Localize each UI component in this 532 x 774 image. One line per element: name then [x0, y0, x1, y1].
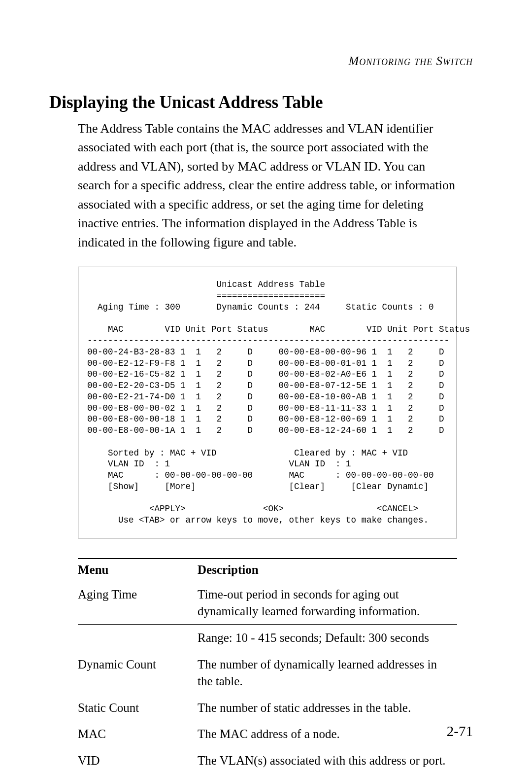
page-number: 2-71 — [447, 723, 473, 739]
running-head: Monitoring the Switch — [49, 54, 473, 68]
menu-cell: VID — [78, 747, 198, 774]
table-row: Aging TimeTime-out period in seconds for… — [78, 581, 457, 625]
menu-cell: Aging Time — [78, 581, 198, 625]
section-title: Displaying the Unicast Address Table — [49, 93, 473, 112]
menu-cell: MAC — [78, 721, 198, 747]
table-header-menu: Menu — [78, 559, 198, 581]
description-cell: The VLAN(s) associated with this address… — [198, 747, 457, 774]
body-paragraph: The Address Table contains the MAC addre… — [78, 119, 457, 252]
menu-cell: Dynamic Count — [78, 651, 198, 695]
description-cell: The number of dynamically learned addres… — [198, 651, 457, 695]
terminal-screenshot: Unicast Address Table ==================… — [78, 267, 457, 538]
menu-description-table: Menu Description Aging TimeTime-out peri… — [78, 558, 457, 774]
table-row: VIDThe VLAN(s) associated with this addr… — [78, 747, 457, 774]
menu-cell: Static Count — [78, 695, 198, 721]
menu-cell — [78, 625, 198, 651]
description-cell: The MAC address of a node. — [198, 721, 457, 747]
table-row: Static CountThe number of static address… — [78, 695, 457, 721]
description-cell: Time-out period in seconds for aging out… — [198, 581, 457, 625]
description-cell: The number of static addresses in the ta… — [198, 695, 457, 721]
description-cell: Range: 10 - 415 seconds; Default: 300 se… — [198, 625, 457, 651]
table-header-description: Description — [198, 559, 457, 581]
table-row: MACThe MAC address of a node. — [78, 721, 457, 747]
table-row: Range: 10 - 415 seconds; Default: 300 se… — [78, 625, 457, 651]
table-row: Dynamic CountThe number of dynamically l… — [78, 651, 457, 695]
